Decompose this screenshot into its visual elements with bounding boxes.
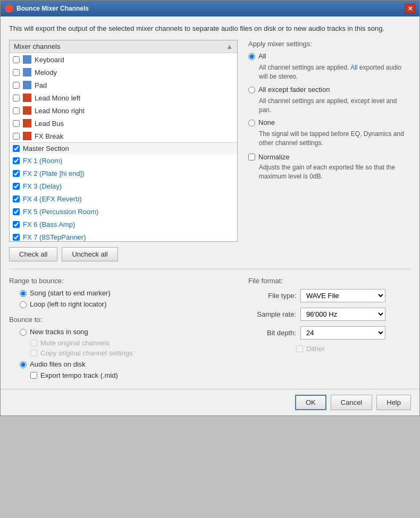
range-loop-radio[interactable]	[20, 301, 27, 308]
leadmonoleft-label: Lead Mono left	[35, 94, 80, 102]
export-tempo-option: Export tempo track (.mid)	[30, 371, 238, 379]
bounce-new-tracks-option: New tracks in song	[20, 328, 238, 336]
uncheck-all-button[interactable]: Uncheck all	[62, 247, 117, 261]
export-tempo-label: Export tempo track (.mid)	[40, 371, 118, 379]
mixer-scroll[interactable]: Keyboard Melody Pad	[10, 53, 237, 241]
cancel-button[interactable]: Cancel	[331, 395, 372, 410]
channel-leadmonoleft-checkbox[interactable]	[13, 95, 20, 101]
bottom-right: File format: File type: WAVE File MP3 OG…	[248, 277, 411, 381]
apply-none-radio[interactable]	[248, 120, 255, 126]
range-song-option: Song (start to end marker)	[20, 289, 238, 297]
sample-rate-row: Sample rate: 44'100 Hz 48'000 Hz 96'000 …	[248, 308, 411, 321]
master-section-checkbox[interactable]	[13, 145, 20, 152]
channel-keyboard-checkbox[interactable]	[13, 56, 20, 63]
list-item: Keyboard	[10, 53, 237, 66]
list-item: FX 1 (Room)	[10, 154, 237, 167]
bottom-layout: Range to bounce: Song (start to end mark…	[9, 277, 411, 381]
list-item: FX Break	[10, 130, 237, 142]
list-item: FX 7 (8STepPanner)	[10, 231, 237, 241]
title-bar: Bounce Mixer Channels ✕	[1, 1, 419, 16]
keyboard-label: Keyboard	[35, 56, 64, 64]
master-section-label: Master Section	[23, 145, 69, 152]
section-divider	[9, 269, 411, 269]
bit-depth-select[interactable]: 16 24 32	[301, 327, 385, 339]
range-song-radio[interactable]	[20, 290, 27, 297]
bit-depth-select-wrap: 16 24 32	[300, 326, 385, 339]
sample-rate-label: Sample rate:	[248, 310, 296, 318]
dither-label: Dither	[306, 345, 325, 353]
main-window: Bounce Mixer Channels ✕ This will export…	[0, 0, 420, 416]
channel-melody-checkbox[interactable]	[13, 69, 20, 76]
fx1-checkbox[interactable]	[13, 157, 20, 164]
melody-swatch	[23, 68, 31, 77]
apply-all-radio[interactable]	[248, 53, 255, 60]
fx5-checkbox[interactable]	[13, 208, 20, 215]
fxbreak-label: FX Break	[35, 132, 63, 140]
list-item: Pad	[10, 79, 237, 91]
export-tempo-checkbox[interactable]	[30, 372, 37, 379]
fx3-checkbox[interactable]	[13, 183, 20, 190]
fx4-label: FX 4 (EFX Reverb)	[23, 195, 82, 203]
bit-depth-label: Bit depth:	[248, 329, 296, 337]
scroll-up-icon[interactable]: ▲	[226, 43, 233, 50]
range-loop-label: Loop (left to right locator)	[30, 300, 107, 308]
normalize-label: Normalize	[258, 153, 290, 161]
leadmonoright-swatch	[23, 106, 31, 115]
normalize-checkbox[interactable]	[248, 154, 255, 160]
check-all-button[interactable]: Check all	[9, 247, 57, 261]
leadbus-swatch	[23, 119, 31, 128]
title-bar-left: Bounce Mixer Channels	[5, 4, 89, 13]
channel-leadbus-checkbox[interactable]	[13, 120, 20, 127]
fxbreak-swatch	[23, 132, 31, 140]
sample-rate-select-wrap: 44'100 Hz 48'000 Hz 96'000 Hz 192'000 Hz	[300, 308, 385, 321]
sample-rate-select[interactable]: 44'100 Hz 48'000 Hz 96'000 Hz 192'000 Hz	[301, 308, 385, 320]
bounce-to-options: New tracks in song Mute original channel…	[20, 328, 238, 379]
help-button[interactable]: Help	[376, 395, 411, 410]
melody-label: Melody	[35, 69, 57, 77]
channel-fxbreak-checkbox[interactable]	[13, 133, 20, 140]
right-panel: Apply mixer settings: All All channel se…	[248, 40, 411, 261]
bounce-new-tracks-radio[interactable]	[20, 329, 27, 336]
copy-settings-checkbox[interactable]	[30, 350, 37, 356]
app-icon	[5, 4, 13, 13]
list-item: FX 3 (Delay)	[10, 180, 237, 192]
list-item: FX 2 (Plate [hi end])	[10, 167, 237, 180]
ok-button[interactable]: OK	[295, 395, 326, 410]
fx1-label: FX 1 (Room)	[23, 157, 62, 165]
pad-swatch	[23, 81, 31, 89]
mixer-channels-box: Mixer channels ▲ Keyboard	[9, 40, 238, 242]
channel-pad-checkbox[interactable]	[13, 82, 20, 89]
apply-all-desc: All channel settings are applied. All ex…	[259, 63, 411, 81]
file-type-label: File type:	[248, 292, 296, 300]
bounce-audio-files-option: Audio files on disk	[20, 360, 238, 368]
file-type-row: File type: WAVE File MP3 OGG FLAC	[248, 289, 411, 302]
apply-none-label: None	[258, 118, 275, 126]
fx6-checkbox[interactable]	[13, 221, 20, 228]
copy-settings-label: Copy original channel settings	[40, 349, 132, 357]
fx2-label: FX 2 (Plate [hi end])	[23, 169, 85, 177]
apply-mixer-title: Apply mixer settings:	[248, 40, 411, 48]
file-type-select[interactable]: WAVE File MP3 OGG FLAC	[301, 290, 385, 302]
fx5-label: FX 5 (Percussion Room)	[23, 208, 98, 216]
mute-original-checkbox[interactable]	[30, 339, 37, 346]
bounce-audio-files-radio[interactable]	[20, 361, 27, 368]
bottom-left: Range to bounce: Song (start to end mark…	[9, 277, 238, 381]
range-to-bounce-title: Range to bounce:	[9, 277, 238, 285]
fx7-checkbox[interactable]	[13, 234, 20, 241]
apply-except-fader-radio[interactable]	[248, 87, 255, 94]
fx3-label: FX 3 (Delay)	[23, 182, 62, 190]
channel-leadmonoright-checkbox[interactable]	[13, 107, 20, 114]
close-button[interactable]: ✕	[405, 4, 415, 13]
pad-label: Pad	[35, 81, 47, 89]
mute-original-label: Mute original channels	[40, 339, 110, 347]
list-item: FX 4 (EFX Reverb)	[10, 192, 237, 205]
check-buttons-row: Check all Uncheck all	[9, 247, 238, 261]
fx4-checkbox[interactable]	[13, 196, 20, 202]
bounce-to-title: Bounce to:	[9, 316, 238, 324]
fx2-checkbox[interactable]	[13, 170, 20, 177]
mixer-channels-label: Mixer channels	[14, 43, 60, 50]
keyboard-swatch	[23, 55, 31, 64]
range-loop-option: Loop (left to right locator)	[20, 300, 238, 308]
new-tracks-suboptions: Mute original channels Copy original cha…	[30, 339, 238, 357]
dither-checkbox[interactable]	[296, 345, 303, 352]
